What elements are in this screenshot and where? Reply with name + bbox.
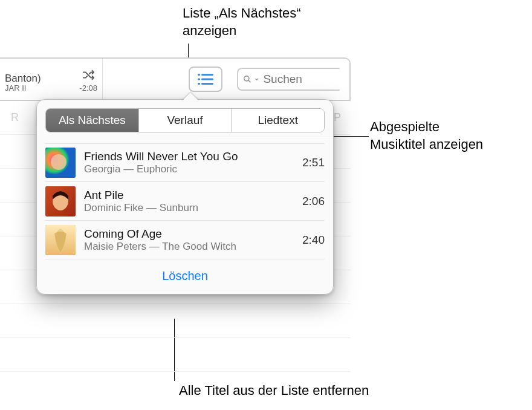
table-header-cell: R (11, 111, 19, 124)
svg-line-7 (248, 80, 250, 82)
album-art (45, 186, 76, 216)
tab-lyrics[interactable]: Liedtext (231, 109, 324, 132)
show-queue-button[interactable] (189, 67, 222, 92)
track-duration: 2:40 (302, 233, 325, 247)
track-title: Ant Pile (84, 189, 295, 202)
search-icon (243, 74, 251, 85)
queue-popover: Als Nächstes Verlauf Liedtext Friends Wi… (36, 99, 334, 294)
svg-rect-2 (198, 79, 200, 80)
shuffle-icon[interactable] (79, 66, 97, 84)
table-row[interactable] (0, 338, 351, 372)
chevron-down-icon (254, 76, 259, 83)
now-playing-remaining: -2:08 (79, 84, 97, 93)
svg-rect-3 (201, 79, 213, 80)
now-playing-title: Banton) (5, 73, 41, 85)
album-art (45, 148, 76, 178)
queue-item-info: Ant Pile Dominic Fike — Sunburn (84, 189, 295, 214)
track-duration: 2:51 (302, 156, 325, 169)
album-art (45, 225, 76, 255)
tab-history[interactable]: Verlauf (138, 109, 232, 132)
callout-show-queue: Liste „Als Nächstes“ anzeigen (183, 5, 301, 39)
svg-rect-1 (201, 74, 213, 76)
callout-clear-all: Alle Titel aus der Liste entfernen (179, 382, 369, 400)
svg-rect-4 (198, 83, 200, 85)
toolbar: Banton) JAR II -2:08 (0, 57, 351, 101)
now-playing-display[interactable]: Banton) JAR II -2:08 (0, 59, 103, 100)
track-artist: Georgia — Euphoric (84, 163, 295, 175)
search-input[interactable] (263, 73, 335, 86)
now-playing-subtitle: JAR II (5, 84, 26, 93)
popover-tabs: Als Nächstes Verlauf Liedtext (45, 108, 325, 132)
table-row[interactable] (0, 304, 351, 338)
track-artist: Dominic Fike — Sunburn (84, 202, 295, 214)
search-field[interactable] (237, 68, 340, 91)
track-artist: Maisie Peters — The Good Witch (84, 241, 295, 253)
list-icon (198, 73, 213, 85)
track-title: Coming Of Age (84, 227, 295, 241)
queue-item-info: Coming Of Age Maisie Peters — The Good W… (84, 227, 295, 253)
queue-item-info: Friends Will Never Let You Go Georgia — … (84, 150, 295, 175)
track-duration: 2:06 (302, 195, 325, 208)
callout-show-history: Abgespielte Musiktitel anzeigen (370, 119, 483, 153)
svg-rect-0 (198, 74, 200, 76)
popover-arrow (182, 93, 199, 101)
queue-list: Friends Will Never Let You Go Georgia — … (45, 143, 325, 259)
clear-queue-button[interactable]: Löschen (162, 269, 208, 282)
queue-item[interactable]: Friends Will Never Let You Go Georgia — … (45, 143, 325, 182)
tab-up-next[interactable]: Als Nächstes (46, 109, 138, 132)
track-title: Friends Will Never Let You Go (84, 150, 295, 163)
svg-rect-5 (201, 83, 213, 85)
table-header-cell: P (334, 111, 341, 124)
queue-item[interactable]: Coming Of Age Maisie Peters — The Good W… (45, 221, 325, 259)
svg-point-6 (244, 76, 249, 81)
svg-point-9 (51, 154, 66, 170)
queue-item[interactable]: Ant Pile Dominic Fike — Sunburn 2:06 (45, 182, 325, 221)
